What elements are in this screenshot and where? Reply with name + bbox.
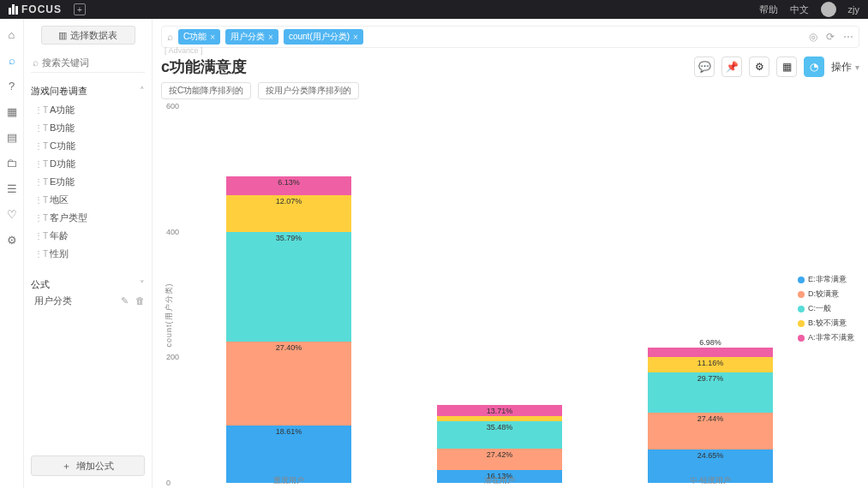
table-view-button[interactable]: ▦	[776, 57, 797, 77]
folder-icon[interactable]: 🗀	[5, 156, 19, 170]
segment-label: 35.79%	[276, 234, 302, 242]
operations-dropdown[interactable]: 操作 ▾	[831, 60, 859, 74]
bar-segment[interactable]: 7.26%	[437, 416, 562, 422]
bar-segment[interactable]: 35.48%	[437, 421, 562, 449]
close-icon[interactable]: ×	[210, 33, 215, 42]
segment-label: 13.71%	[487, 407, 513, 415]
segment-label: 18.61%	[276, 427, 302, 436]
bar-segment[interactable]: 29.77%	[648, 372, 773, 413]
field-item[interactable]: ⋮T年龄	[31, 227, 145, 245]
new-tab-button[interactable]: +	[74, 3, 86, 15]
user-icon[interactable]: ♡	[5, 207, 19, 221]
sort-chip[interactable]: 按C功能降序排列的	[161, 82, 251, 99]
select-datasource-label: 选择数据表	[70, 29, 117, 42]
bar-stack[interactable]: 18.61%27.40%35.79%12.07%6.13%	[226, 176, 351, 483]
segment-label: 24.65%	[697, 451, 724, 460]
dashboard-icon[interactable]: ▦	[5, 104, 19, 118]
dataset-group-title: 游戏问卷调查	[31, 85, 87, 98]
formula-item[interactable]: 用户分类 ✎ 🗑	[31, 291, 145, 311]
sort-chip[interactable]: 按用户分类降序排列的	[258, 82, 359, 99]
refresh-icon[interactable]: ⟳	[826, 31, 835, 43]
query-bar[interactable]: ⌕ C功能×用户分类×count(用户分类)× ◎ ⟳ ⋯	[161, 26, 859, 48]
legend-item[interactable]: B:较不满意	[798, 318, 859, 329]
comment-button[interactable]: 💬	[694, 57, 715, 77]
brand-text: FOCUS	[21, 3, 62, 15]
field-item[interactable]: ⋮T地区	[31, 191, 145, 209]
legend-item[interactable]: E:非常满意	[798, 274, 859, 285]
legend-item[interactable]: D:较满意	[798, 289, 859, 300]
bar-segment[interactable]: 12.07%	[226, 195, 351, 232]
chevron-down-icon: ▾	[855, 62, 859, 72]
field-type-icon: ⋮T	[34, 231, 45, 241]
pill-label: C功能	[183, 31, 207, 43]
query-pill[interactable]: count(用户分类)×	[284, 29, 363, 45]
segment-label: 11.16%	[697, 359, 724, 367]
home-icon[interactable]: ⌂	[5, 27, 19, 41]
table-icon[interactable]: ▤	[5, 130, 19, 144]
help-link[interactable]: 帮助	[759, 3, 778, 16]
avatar[interactable]	[821, 2, 836, 17]
field-item[interactable]: ⋮TD功能	[31, 155, 145, 173]
chart-view-button[interactable]: ◔	[804, 57, 824, 77]
close-icon[interactable]: ×	[268, 33, 273, 42]
field-item[interactable]: ⋮TE功能	[31, 173, 145, 191]
bar-segment[interactable]: 35.79%	[226, 232, 351, 342]
field-type-icon: ⋮T	[34, 177, 45, 187]
y-tick: 200	[166, 353, 179, 361]
brand-logo-icon	[9, 4, 18, 15]
bar-segment[interactable]: 27.40%	[226, 342, 351, 426]
dataset-group-header[interactable]: 游戏问卷调查 ˄	[31, 85, 145, 98]
segment-label: 12.07%	[276, 197, 302, 205]
bar-segment[interactable]: 27.44%	[648, 413, 773, 449]
bar-segment[interactable]: 27.42%	[437, 449, 562, 470]
settings-icon[interactable]: ⚙	[5, 233, 19, 247]
more-icon[interactable]: ⋯	[843, 31, 853, 43]
bar-segment[interactable]: 18.61%	[226, 426, 351, 483]
bar-segment[interactable]: 6.98%	[648, 348, 773, 357]
field-type-icon: ⋮T	[34, 141, 45, 151]
chevron-down-icon: ˅	[140, 279, 145, 290]
add-formula-button[interactable]: ＋ 增加公式	[31, 455, 145, 476]
bar-stack[interactable]: 16.13%27.42%35.48%7.26%13.71%	[437, 405, 562, 483]
help-icon[interactable]: ?	[5, 79, 19, 92]
segment-label: 27.42%	[487, 450, 513, 459]
query-pill[interactable]: 用户分类×	[225, 29, 278, 45]
field-search-input[interactable]	[42, 57, 160, 68]
lang-switch[interactable]: 中文	[790, 3, 809, 16]
field-item[interactable]: ⋮TB功能	[31, 119, 145, 137]
pill-label: 用户分类	[230, 31, 265, 43]
field-item[interactable]: ⋮T性别	[31, 245, 145, 263]
legend-item[interactable]: A:非常不满意	[798, 332, 859, 343]
select-datasource-button[interactable]: ▥ 选择数据表	[41, 26, 135, 45]
field-item[interactable]: ⋮TA功能	[31, 101, 145, 119]
settings-button[interactable]: ⚙	[749, 57, 769, 77]
legend-label: E:非常满意	[808, 274, 847, 285]
field-item[interactable]: ⋮T客户类型	[31, 209, 145, 227]
field-item[interactable]: ⋮TC功能	[31, 137, 145, 155]
legend-item[interactable]: C:一般	[798, 303, 859, 314]
close-icon[interactable]: ×	[353, 33, 358, 42]
delete-icon[interactable]: 🗑	[135, 295, 145, 306]
bar-segment[interactable]: 11.16%	[648, 357, 773, 372]
field-label: 年龄	[50, 229, 69, 242]
edit-icon[interactable]: ✎	[121, 295, 129, 306]
side-panel: ▥ 选择数据表 ⌕ 游戏问卷调查 ˄ ⋮TA功能⋮TB功能⋮TC功能⋮TD功能⋮…	[24, 19, 153, 488]
bar-segment[interactable]: 13.71%	[437, 405, 562, 415]
field-search[interactable]: ⌕	[31, 53, 145, 73]
brand[interactable]: FOCUS	[9, 3, 62, 15]
target-icon[interactable]: ◎	[809, 31, 817, 43]
legend-label: D:较满意	[808, 289, 839, 300]
search-icon[interactable]: ⌕	[5, 53, 19, 67]
search-icon: ⌕	[167, 31, 173, 43]
formula-header[interactable]: 公式 ˅	[31, 278, 145, 291]
formula-item-label: 用户分类	[34, 295, 72, 307]
query-pill[interactable]: C功能×	[178, 29, 220, 45]
field-type-icon: ⋮T	[34, 249, 45, 259]
field-type-icon: ⋮T	[34, 105, 45, 115]
pin-button[interactable]: 📌	[721, 57, 742, 77]
field-label: 地区	[50, 193, 69, 206]
bar-stack[interactable]: 24.65%27.44%29.77%11.16%6.98%	[648, 348, 773, 483]
advance-label: [ Advance ]	[165, 46, 203, 55]
users-icon[interactable]: ☰	[5, 182, 19, 195]
bar-segment[interactable]: 6.13%	[226, 176, 351, 195]
